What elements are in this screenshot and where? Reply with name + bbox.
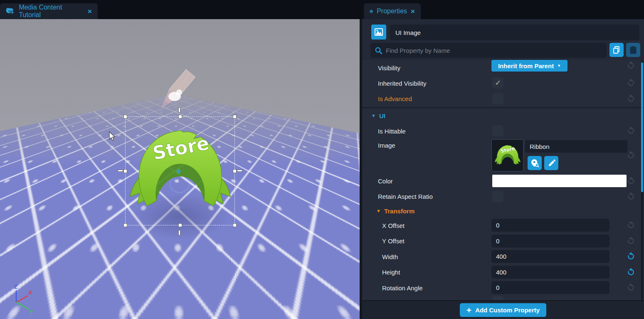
y-offset-reset-icon[interactable] (627, 237, 635, 245)
object-header (362, 19, 644, 42)
section-ui-label: UI (379, 112, 385, 119)
panel-footer: + Add Custom Property (362, 300, 644, 319)
properties-tab-title: Properties (377, 7, 407, 15)
x-offset-label: X Offset (382, 222, 405, 229)
selection-center-anchor[interactable]: + (176, 167, 181, 176)
checkmark-icon: ✓ (495, 79, 501, 87)
selection-outer-handle-right[interactable] (237, 170, 242, 172)
selection-handle-mid-right[interactable] (233, 169, 237, 173)
property-rows: Visibility Inherit from Parent ▼ Inherit… (362, 60, 644, 300)
object-name-field[interactable] (390, 25, 639, 40)
x-offset-input[interactable] (491, 219, 609, 232)
height-input[interactable] (491, 266, 609, 279)
properties-panel: Visibility Inherit from Parent ▼ Inherit… (360, 19, 644, 319)
image-name-field[interactable] (525, 140, 627, 153)
row-color: Color (362, 173, 644, 188)
tab-bar: Media Content Tutorial × Properties × (0, 0, 644, 19)
row-is-hittable: Is Hittable (362, 123, 644, 138)
image-edit-button[interactable] (544, 156, 558, 170)
tab-media-content-tutorial[interactable]: Media Content Tutorial × (0, 3, 98, 19)
row-height: Height (362, 264, 644, 280)
color-swatch[interactable] (492, 175, 627, 187)
selection-handle-mid-left[interactable] (123, 169, 127, 173)
rotation-angle-input[interactable] (491, 281, 609, 294)
color-label: Color (378, 178, 393, 185)
row-inherited-visibility: Inherited Visibility ✓ (362, 75, 644, 91)
selection-handle-top-center[interactable] (178, 115, 182, 119)
axis-gizmo: Z X Y (7, 284, 37, 318)
properties-tab-close-icon[interactable]: × (411, 8, 415, 15)
row-partially-scrolled (362, 295, 644, 300)
rotation-angle-reset-icon[interactable] (627, 283, 635, 292)
inherited-visibility-checkbox[interactable]: ✓ (492, 77, 503, 89)
tab-properties[interactable]: Properties × (364, 3, 421, 19)
height-label: Height (382, 269, 400, 276)
y-offset-input[interactable] (491, 235, 609, 247)
paste-properties-button[interactable] (626, 43, 640, 57)
is-advanced-reset-icon[interactable] (627, 94, 635, 103)
row-x-offset: X Offset (362, 218, 644, 233)
add-custom-property-button[interactable]: + Add Custom Property (460, 303, 546, 317)
scene-tab-close-icon[interactable]: × (88, 8, 92, 15)
retain-aspect-ratio-checkbox[interactable] (492, 191, 503, 202)
is-advanced-label: Is Advanced (378, 95, 412, 102)
section-collapse-icon[interactable]: ▼ (376, 208, 381, 213)
is-advanced-checkbox[interactable] (492, 93, 503, 104)
property-search-row (362, 42, 644, 60)
image-thumbnail[interactable] (491, 139, 523, 171)
color-reset-icon[interactable] (627, 177, 635, 185)
is-hittable-reset-icon[interactable] (627, 126, 635, 135)
property-search-box[interactable] (370, 43, 607, 58)
visibility-label: Visibility (378, 64, 400, 71)
x-offset-reset-icon[interactable] (627, 221, 635, 229)
search-icon (375, 47, 382, 54)
selection-handle-top-right[interactable] (233, 115, 237, 119)
inherited-visibility-reset-icon[interactable] (627, 79, 635, 87)
is-hittable-checkbox[interactable] (492, 125, 503, 136)
copy-icon (612, 46, 621, 54)
row-rotation-angle: Rotation Angle (362, 280, 644, 295)
visibility-reset-icon[interactable] (627, 61, 635, 69)
is-hittable-label: Is Hittable (378, 127, 406, 134)
ui-image-icon (371, 25, 386, 40)
image-locate-button[interactable] (528, 156, 542, 170)
scene-tab-title: Media Content Tutorial (19, 4, 84, 19)
chevron-down-icon: ▼ (557, 64, 561, 68)
height-reset-icon[interactable] (627, 268, 635, 276)
row-visibility: Visibility Inherit from Parent ▼ (362, 60, 644, 75)
section-collapse-icon[interactable]: ▼ (371, 113, 376, 118)
section-ui[interactable]: ▼ UI (362, 107, 644, 123)
row-retain-aspect-ratio: Retain Aspect Ratio (362, 188, 644, 204)
clipped-checkbox[interactable] (492, 296, 503, 300)
clipboard-icon (629, 46, 637, 54)
pencil-edit-icon (548, 159, 555, 167)
image-reset-icon[interactable] (627, 151, 635, 159)
width-reset-icon[interactable] (627, 252, 635, 260)
pencil-3d-object[interactable] (153, 67, 199, 121)
selection-handle-bottom-right[interactable] (233, 223, 237, 227)
width-input[interactable] (491, 250, 609, 263)
row-image: Image (362, 138, 644, 173)
visibility-dropdown[interactable]: Inherit from Parent ▼ (491, 60, 568, 72)
width-label: Width (382, 253, 398, 260)
axis-x-label: X (28, 289, 32, 296)
section-transform[interactable]: ▼ Transform (362, 204, 644, 218)
ribbon-thumbnail-image (494, 142, 521, 169)
mouse-cursor (109, 131, 116, 141)
selection-outer-handle-bottom[interactable] (178, 230, 180, 235)
selection-handle-bottom-center[interactable] (178, 223, 182, 227)
image-label: Image (378, 142, 395, 149)
copy-properties-button[interactable] (609, 43, 624, 57)
property-search-input[interactable] (386, 47, 602, 54)
selection-handle-top-left[interactable] (123, 115, 127, 119)
y-offset-label: Y Offset (382, 237, 405, 245)
retain-aspect-ratio-reset-icon[interactable] (627, 192, 635, 200)
selection-handle-bottom-left[interactable] (123, 223, 127, 227)
selection-outer-handle-left[interactable] (118, 170, 123, 172)
row-is-advanced: Is Advanced (362, 91, 644, 106)
selection-outer-handle-top[interactable] (178, 107, 180, 113)
retain-aspect-ratio-label: Retain Aspect Ratio (378, 193, 433, 200)
panel-scrollbar-thumb[interactable] (641, 62, 643, 192)
scene-viewport[interactable]: + Z X Y (0, 19, 360, 319)
axis-y-label: Y (30, 309, 33, 315)
